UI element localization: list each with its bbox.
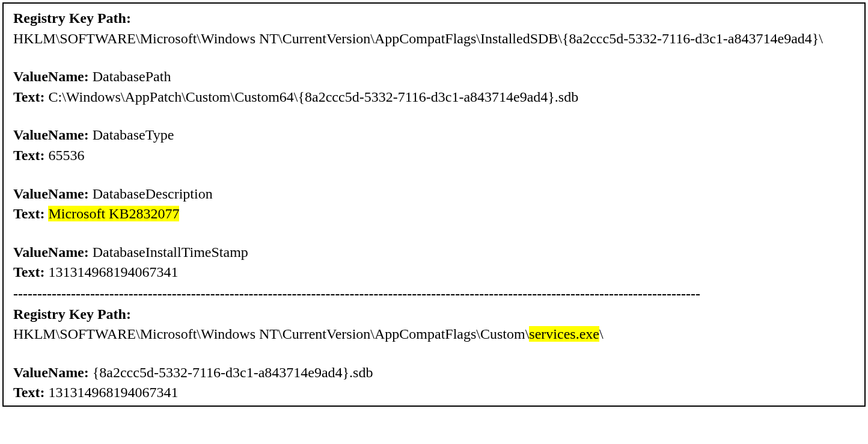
section-separator: ----------------------------------------… — [13, 284, 855, 304]
registry-key-path-value: HKLM\SOFTWARE\Microsoft\Windows NT\Curre… — [13, 324, 855, 345]
registry-key-path-label: Registry Key Path: — [13, 10, 131, 26]
text-label: Text: — [13, 384, 44, 400]
registry-entry-2: ValueName: DatabaseType Text: 65536 — [13, 125, 855, 165]
registry-entry-3: ValueName: DatabaseDescription Text: Mic… — [13, 184, 855, 224]
valuename-label: ValueName: — [13, 127, 89, 143]
valuename-label: ValueName: — [13, 186, 89, 202]
text-label: Text: — [13, 147, 44, 163]
registry-key-path-value: HKLM\SOFTWARE\Microsoft\Windows NT\Curre… — [13, 29, 855, 49]
text-label: Text: — [13, 89, 44, 105]
registry-path-suffix: \ — [599, 326, 604, 342]
valuename-label: ValueName: — [13, 69, 89, 84]
valuename-value: DatabaseType — [93, 127, 174, 143]
registry-key-path-line: Registry Key Path: — [13, 8, 855, 29]
valuename-value: {8a2ccc5d-5332-7116-d3c1-a843714e9ad4}.s… — [93, 365, 373, 380]
valuename-line: ValueName: DatabaseDescription — [13, 184, 855, 205]
valuename-value: DatabasePath — [93, 69, 171, 84]
valuename-label: ValueName: — [13, 244, 89, 260]
registry-section-1: Registry Key Path: HKLM\SOFTWARE\Microso… — [13, 8, 855, 49]
registry-info-box: Registry Key Path: HKLM\SOFTWARE\Microso… — [2, 2, 866, 407]
valuename-line: ValueName: DatabaseInstallTimeStamp — [13, 242, 855, 263]
text-label: Text: — [13, 206, 44, 221]
registry-path-prefix: HKLM\SOFTWARE\Microsoft\Windows NT\Curre… — [13, 326, 529, 342]
registry-entry-1: ValueName: DatabasePath Text: C:\Windows… — [13, 67, 855, 107]
text-value-highlighted: Microsoft KB2832077 — [48, 206, 179, 221]
text-value: 65536 — [48, 147, 84, 163]
valuename-line: ValueName: {8a2ccc5d-5332-7116-d3c1-a843… — [13, 363, 855, 383]
text-line: Text: Microsoft KB2832077 — [13, 204, 855, 224]
text-line: Text: C:\Windows\AppPatch\Custom\Custom6… — [13, 87, 855, 108]
registry-entry-5: ValueName: {8a2ccc5d-5332-7116-d3c1-a843… — [13, 363, 855, 403]
text-value: 131314968194067341 — [48, 264, 178, 280]
registry-key-path-label: Registry Key Path: — [13, 306, 131, 322]
valuename-value: DatabaseDescription — [93, 186, 213, 202]
registry-key-path-line: Registry Key Path: — [13, 304, 855, 325]
registry-entry-4: ValueName: DatabaseInstallTimeStamp Text… — [13, 242, 855, 283]
registry-path-highlighted: services.exe — [529, 326, 599, 342]
valuename-value: DatabaseInstallTimeStamp — [93, 244, 248, 260]
registry-section-2: Registry Key Path: HKLM\SOFTWARE\Microso… — [13, 304, 855, 345]
valuename-line: ValueName: DatabasePath — [13, 67, 855, 87]
valuename-line: ValueName: DatabaseType — [13, 125, 855, 146]
text-line: Text: 131314968194067341 — [13, 262, 855, 283]
text-line: Text: 65536 — [13, 146, 855, 166]
valuename-label: ValueName: — [13, 365, 89, 380]
text-value: 131314968194067341 — [48, 384, 178, 400]
text-label: Text: — [13, 264, 44, 280]
text-line: Text: 131314968194067341 — [13, 383, 855, 403]
text-value: C:\Windows\AppPatch\Custom\Custom64\{8a2… — [48, 89, 578, 105]
